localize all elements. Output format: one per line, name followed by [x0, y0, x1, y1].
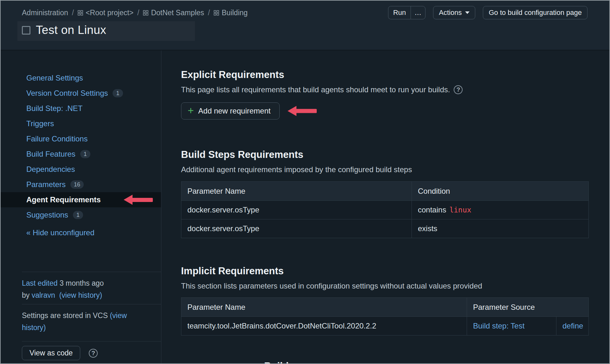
define-link[interactable]: define — [562, 322, 583, 330]
divider — [22, 341, 161, 341]
breadcrumb-building[interactable]: Building — [214, 9, 248, 17]
explicit-requirements-section: Explicit Requirements This page lists al… — [181, 69, 609, 120]
sidebar: General Settings Version Control Setting… — [1, 50, 161, 363]
build-steps-requirements-heading: Build Steps Requirements — [181, 149, 609, 161]
breadcrumb-separator: / — [72, 9, 74, 17]
table-cell-define: define — [556, 316, 588, 335]
run-button-group: Run … — [388, 6, 425, 19]
breadcrumb-separator: / — [208, 9, 210, 17]
table-cell-parameter-name: teamcity.tool.JetBrains.dotCover.DotNetC… — [181, 316, 467, 335]
last-edited-link[interactable]: Last edited — [22, 279, 58, 287]
table-cell-condition: contains linux — [412, 200, 588, 219]
build-steps-requirements-section: Build Steps Requirements Additional agen… — [181, 149, 609, 238]
clipped-heading: Build — [264, 361, 609, 363]
condition-text: contains — [418, 205, 446, 214]
sidebar-item-label: Triggers — [26, 119, 54, 128]
build-steps-requirements-description: Additional agent requirements imposed by… — [181, 165, 609, 174]
teamcity-build-config-page: Administration / <Root project> / DotNet… — [0, 0, 610, 364]
breadcrumb-separator: / — [137, 9, 139, 17]
sidebar-item-label: Suggestions — [26, 211, 68, 219]
sidebar-footer: View as code ? — [1, 346, 161, 360]
sidebar-item-parameters[interactable]: Parameters 16 — [1, 177, 161, 192]
breadcrumb-dotnet-samples[interactable]: DotNet Samples — [143, 9, 204, 17]
breadcrumb-root-project[interactable]: <Root project> — [78, 9, 133, 17]
help-icon[interactable]: ? — [89, 349, 98, 358]
project-grid-icon — [78, 10, 83, 16]
header: Administration / <Root project> / DotNet… — [1, 1, 609, 50]
table-cell-parameter-source: Build step: Test — [467, 316, 556, 335]
run-options-button[interactable]: … — [411, 6, 425, 19]
breadcrumb-root-project-label: <Root project> — [86, 9, 133, 17]
last-edited-by: by — [22, 291, 29, 299]
table-cell-parameter-name: docker.server.osType — [181, 200, 412, 219]
title-row: Test on Linux — [22, 23, 587, 37]
annotation-arrow-left-icon — [124, 195, 153, 205]
build-step-test-link[interactable]: Build step: Test — [473, 322, 524, 330]
run-button[interactable]: Run — [388, 6, 411, 19]
sidebar-item-label: Dependencies — [26, 165, 75, 174]
build-steps-requirements-table: Parameter Name Condition docker.server.o… — [181, 181, 589, 238]
goto-build-config-button[interactable]: Go to build configuration page — [483, 6, 587, 19]
sidebar-item-label: General Settings — [26, 74, 83, 82]
table-cell-condition: exists — [412, 219, 588, 238]
add-new-requirement-label: Add new requirement — [198, 107, 270, 115]
breadcrumb-dotnet-samples-label: DotNet Samples — [151, 9, 204, 17]
breadcrumb-administration[interactable]: Administration — [22, 9, 68, 17]
sidebar-item-label: Agent Requirements — [26, 195, 101, 204]
annotation-arrow-left-icon — [288, 106, 317, 116]
vcs-note: Settings are stored in VCS (view history… — [1, 304, 161, 341]
actions-button[interactable]: Actions — [433, 6, 475, 19]
chevron-down-icon — [465, 11, 470, 14]
add-new-requirement-button[interactable]: + Add new requirement — [181, 102, 280, 120]
sidebar-item-label: Failure Conditions — [26, 134, 88, 143]
help-icon[interactable]: ? — [454, 85, 463, 94]
last-edited-time: 3 months ago — [60, 279, 104, 287]
explicit-requirements-heading: Explicit Requirements — [181, 69, 609, 81]
count-badge: 1 — [113, 89, 123, 98]
header-actions: Run … Actions Go to build configuration … — [388, 6, 587, 19]
view-as-code-button[interactable]: View as code — [22, 346, 80, 360]
count-badge: 1 — [73, 211, 83, 219]
explicit-requirements-description: This page lists all requirements that bu… — [181, 85, 450, 94]
column-header-condition: Condition — [412, 182, 588, 200]
sidebar-item-build-features[interactable]: Build Features 1 — [1, 146, 161, 162]
user-link[interactable]: valravn — [32, 291, 55, 299]
project-grid-icon — [214, 10, 219, 16]
implicit-requirements-heading: Implicit Requirements — [181, 265, 609, 277]
page-title: Test on Linux — [36, 23, 106, 37]
plus-icon: + — [188, 105, 194, 116]
view-history-link[interactable]: (view history) — [59, 291, 102, 299]
sidebar-item-triggers[interactable]: Triggers — [1, 116, 161, 131]
sidebar-item-general-settings[interactable]: General Settings — [1, 70, 161, 86]
implicit-requirements-section: Implicit Requirements This section lists… — [181, 265, 609, 335]
hide-unconfigured-link[interactable]: « Hide unconfigured — [26, 228, 94, 237]
sidebar-item-label: Parameters — [26, 180, 66, 189]
breadcrumb: Administration / <Root project> / DotNet… — [22, 9, 248, 17]
sidebar-item-label: Build Step: .NET — [26, 104, 82, 113]
column-header-parameter-name: Parameter Name — [181, 182, 412, 200]
column-header-parameter-name: Parameter Name — [181, 298, 467, 316]
implicit-requirements-description: This section lists parameters used in co… — [181, 281, 609, 291]
build-config-state-icon — [22, 26, 30, 35]
sidebar-item-build-step-dotnet[interactable]: Build Step: .NET — [1, 101, 161, 116]
sidebar-item-label: Version Control Settings — [26, 89, 108, 98]
last-edited-note: Last edited 3 months ago by valravn (vie… — [1, 272, 161, 304]
main-content: Explicit Requirements This page lists al… — [161, 50, 609, 363]
table-cell-parameter-name: docker.server.osType — [181, 219, 412, 238]
sidebar-item-label: Build Features — [26, 150, 75, 159]
count-badge: 1 — [80, 150, 90, 159]
settings-nav: General Settings Version Control Setting… — [1, 70, 161, 223]
project-grid-icon — [143, 10, 148, 16]
count-badge: 16 — [70, 180, 84, 189]
condition-value: linux — [449, 206, 471, 214]
clipped-heading-text: Build — [264, 361, 289, 363]
breadcrumb-building-label: Building — [222, 9, 248, 17]
sidebar-item-dependencies[interactable]: Dependencies — [1, 162, 161, 177]
sidebar-item-agent-requirements[interactable]: Agent Requirements — [1, 192, 161, 207]
sidebar-item-failure-conditions[interactable]: Failure Conditions — [1, 131, 161, 146]
vcs-note-text: Settings are stored in VCS — [22, 311, 108, 320]
sidebar-item-suggestions[interactable]: Suggestions 1 — [1, 207, 161, 223]
column-header-parameter-source: Parameter Source — [467, 298, 588, 316]
implicit-requirements-table: Parameter Name Parameter Source teamcity… — [181, 297, 589, 335]
sidebar-item-version-control-settings[interactable]: Version Control Settings 1 — [1, 86, 161, 101]
